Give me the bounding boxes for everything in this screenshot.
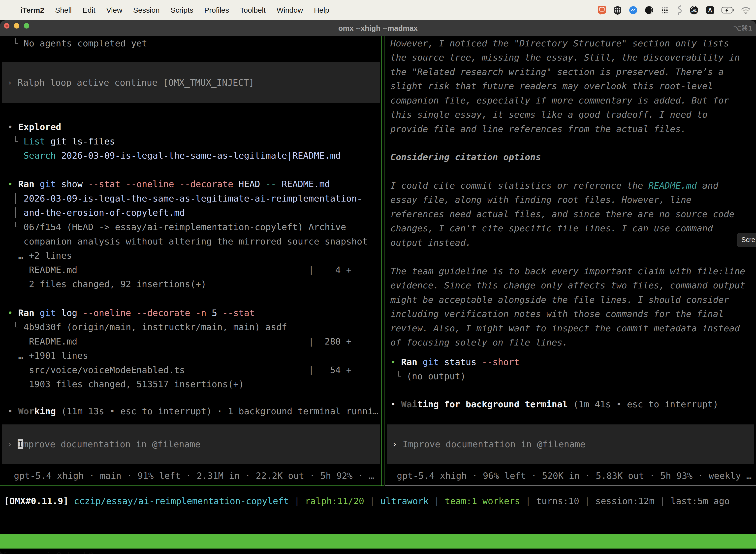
terminal-text-segment: log — [61, 308, 83, 318]
pane-divider-line-2[interactable] — [384, 36, 384, 486]
terminal-text-segment: --decorate — [180, 179, 239, 189]
model-status-right: gpt-5.4 xhigh · 96% left · 520K in · 5.8… — [397, 468, 752, 483]
terminal-text-segment: I could cite commit statistics or refere… — [390, 180, 648, 190]
terminal-content[interactable]: Scre [omx-cczip0:bash* "MacBook-Pro-44.l… — [0, 36, 756, 554]
terminal-line: review. Also, I might want to inspect th… — [390, 321, 740, 336]
menu-item-window[interactable]: Window — [276, 6, 303, 14]
battery-percent-icon[interactable]: ..61 — [689, 5, 699, 15]
keypad-shield-icon[interactable] — [613, 5, 622, 15]
dots-grid-icon[interactable] — [660, 6, 669, 15]
terminal-line: Search 2026-03-09-is-legal-the-same-as-l… — [7, 149, 341, 163]
terminal-line: Considering citation options — [390, 150, 541, 164]
terminal-text-segment: └ — [390, 371, 406, 381]
terminal-line: references need actual files, and since … — [390, 207, 735, 221]
terminal-text-segment: ultrawork — [380, 496, 429, 506]
window-title-bar[interactable]: omx --xhigh --madmax ⌥⌘1 — [0, 20, 756, 36]
terminal-text-segment: Ralph loop active continue [OMX_TMUX_INJ… — [18, 77, 254, 88]
terminal-text-segment: including verification notes with those … — [390, 309, 724, 319]
prompt-input-right[interactable]: › Improve documentation in @filename — [387, 425, 754, 464]
menu-item-edit[interactable]: Edit — [82, 6, 96, 14]
terminal-text-segment: └ — [7, 222, 23, 232]
terminal-text-segment: 4b9d30f (origin/main, instructkr/main, m… — [23, 322, 287, 332]
menu-item-toolbelt[interactable]: Toolbelt — [240, 6, 266, 14]
terminal-text-segment: -- — [265, 179, 281, 189]
wifi-icon[interactable] — [741, 6, 751, 14]
terminal-text-segment: Ran — [18, 179, 40, 189]
terminal-text-segment: turns:10 — [536, 496, 579, 506]
menu-item-profiles[interactable]: Profiles — [204, 6, 229, 14]
hook-icon[interactable] — [676, 5, 683, 15]
terminal-text-segment: --oneline — [126, 179, 180, 189]
battery-icon[interactable] — [721, 6, 734, 14]
terminal-line: the "Related research writing" section i… — [390, 65, 724, 79]
terminal-text-segment: git — [40, 308, 61, 318]
terminal-text-segment: › — [7, 77, 18, 88]
terminal-text-segment: git ls-files — [45, 136, 115, 147]
terminal-text-segment: --short — [482, 357, 519, 367]
terminal-text-segment: king — [34, 406, 56, 416]
svg-text:..61: ..61 — [691, 9, 697, 12]
terminal-text-segment: Wai — [401, 399, 417, 409]
terminal-line: README.md | 280 + — [7, 334, 352, 349]
terminal-text-segment: (11m 13s • esc to interrupt) · 1 backgro… — [56, 406, 378, 416]
terminal-line: The team guideline is to back every impo… — [390, 264, 745, 278]
status-icons-container: ..61 A — [597, 5, 756, 15]
terminal-text-segment: README.md — [648, 180, 697, 190]
terminal-text-segment: output instead. — [390, 237, 471, 248]
terminal-text-segment: review. Also, I might want to inspect th… — [390, 323, 740, 333]
terminal-text-segment — [68, 496, 74, 506]
messenger-icon[interactable] — [629, 5, 638, 15]
iterm2-window: omx --xhigh --madmax ⌥⌘1 Scre [omx-cczip… — [0, 20, 756, 554]
menu-items: iTerm2ShellEditViewSessionScriptsProfile… — [20, 6, 329, 14]
terminal-line: evidence. Since this change only affects… — [390, 278, 745, 293]
menu-item-help[interactable]: Help — [314, 6, 329, 14]
terminal-text-segment: However, I noticed the "Directory Struct… — [390, 38, 729, 48]
screen-tooltip[interactable]: Scre — [737, 233, 756, 247]
terminal-text-segment: cczip/essay/ai-reimplementation-copyleft — [74, 496, 289, 506]
menu-item-scripts[interactable]: Scripts — [171, 6, 193, 14]
model-status-left: gpt-5.4 xhigh · main · 91% left · 2.31M … — [14, 468, 374, 483]
terminal-text-segment: mprove documentation in @filename — [23, 439, 200, 449]
terminal-line: essay file, along with finding root file… — [390, 192, 692, 207]
menu-item-iterm2[interactable]: iTerm2 — [20, 6, 44, 14]
terminal-text-segment: the "Related research writing" section i… — [390, 67, 724, 77]
terminal-text-segment: --decorate — [136, 308, 195, 318]
menu-item-session[interactable]: Session — [133, 6, 160, 14]
terminal-line: this single essay, it seems like a good … — [390, 107, 708, 122]
terminal-text-segment: (1m 41s • esc to interrupt) — [573, 399, 718, 409]
terminal-text-segment: last:5m ago — [671, 496, 730, 506]
terminal-text-segment: references need actual files, and since … — [390, 209, 735, 219]
input-source-icon[interactable]: A — [705, 5, 715, 15]
terminal-text-segment: --oneline — [82, 308, 136, 318]
terminal-text-segment: | — [289, 496, 305, 506]
menu-item-shell[interactable]: Shell — [55, 6, 72, 14]
terminal-text-segment: 2026-03-09-is-legal-the-same-as-legitima… — [56, 151, 341, 161]
terminal-text-segment: and — [697, 180, 718, 190]
pane-divider-line[interactable] — [381, 36, 382, 486]
terminal-line: └ 4b9d30f (origin/main, instructkr/main,… — [7, 320, 287, 334]
terminal-line: │ 2026-03-09-is-legal-the-same-as-legiti… — [7, 191, 362, 206]
ralph-loop-banner[interactable]: › Ralph loop active continue [OMX_TMUX_I… — [2, 62, 380, 103]
terminal-line: of focusing solely on file lines. — [390, 335, 568, 350]
terminal-text-segment: and-the-erosion-of-copyleft.md — [23, 208, 185, 218]
terminal-text-segment: › — [7, 439, 18, 449]
pie-chart-icon[interactable] — [644, 5, 654, 15]
menu-item-view[interactable]: View — [107, 6, 122, 14]
terminal-text-segment: └ — [7, 322, 23, 332]
macos-menu-bar: iTerm2ShellEditViewSessionScriptsProfile… — [0, 0, 756, 20]
terminal-text-segment: Search — [23, 151, 56, 161]
terminal-text-segment: team:1 workers — [445, 496, 520, 506]
terminal-text-segment: companion file, especially if more comme… — [390, 95, 729, 106]
menu-items-container: iTerm2ShellEditViewSessionScriptsProfile… — [0, 6, 329, 14]
terminal-text-segment: --stat — [88, 179, 126, 189]
prompt-input-left[interactable]: › Improve documentation in @filename — [2, 425, 380, 464]
terminal-line: • Ran git log --oneline --decorate -n 5 … — [7, 306, 255, 320]
terminal-text-segment: … +1901 lines — [7, 350, 88, 361]
left-pane-bottom-border — [0, 486, 384, 486]
terminal-text-segment: • — [390, 399, 401, 409]
terminal-text-segment: • — [7, 308, 18, 318]
terminal-line: • Ran git status --short — [390, 355, 519, 369]
chat-app-icon[interactable] — [597, 5, 607, 15]
terminal-text-segment: of focusing solely on file lines. — [390, 337, 568, 347]
screen: iTerm2ShellEditViewSessionScriptsProfile… — [0, 0, 756, 554]
